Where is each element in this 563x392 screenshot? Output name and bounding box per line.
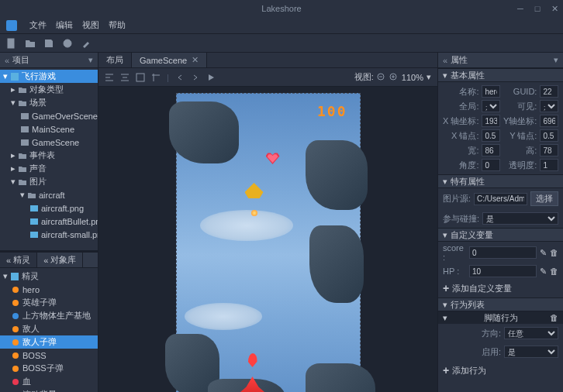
guid-input[interactable]	[540, 85, 558, 98]
yanchor-input[interactable]	[540, 129, 558, 142]
tree-img-item[interactable]: aircraft-small.png	[0, 228, 98, 241]
redo-icon[interactable]	[191, 73, 200, 82]
browse-button[interactable]: 选择	[530, 191, 558, 206]
xanchor-input[interactable]	[482, 129, 500, 142]
section-unique[interactable]: ▾特有属性	[438, 174, 563, 188]
close-button[interactable]: ✕	[546, 0, 563, 17]
play-icon[interactable]	[206, 73, 216, 82]
dir-select[interactable]: 任意	[504, 327, 558, 339]
pin-sprite	[248, 353, 257, 367]
sprites-root[interactable]: ▾精灵	[0, 270, 98, 283]
zoom-value[interactable]: 110%	[402, 73, 423, 82]
close-tab-icon[interactable]: ✕	[192, 55, 199, 65]
crop-icon[interactable]	[151, 73, 161, 82]
delete-icon[interactable]: 🗑	[550, 313, 558, 322]
svg-rect-7	[30, 218, 38, 225]
sprite-icon	[11, 377, 20, 387]
tree-img-item[interactable]: aircraft.png	[0, 201, 98, 215]
use-label: 启用:	[443, 346, 501, 358]
maximize-button[interactable]: □	[529, 0, 546, 17]
guid-label: GUID:	[503, 87, 537, 96]
sprite-item[interactable]: 敌人子弹	[0, 335, 98, 349]
add-behavior-button[interactable]: +添加行为	[438, 361, 563, 380]
menu-file[interactable]: 文件	[29, 19, 47, 31]
global-label: 全局:	[443, 101, 478, 112]
width-input[interactable]	[482, 144, 500, 156]
sprite-item[interactable]: BOSS	[0, 349, 98, 362]
delete-icon[interactable]: 🗑	[550, 248, 558, 257]
zoom-dropdown-icon[interactable]: ▾	[427, 72, 431, 82]
settings-icon[interactable]	[62, 38, 73, 49]
tree-scene-item[interactable]: MainScene	[0, 122, 98, 136]
tree-scenes[interactable]: ▾场景	[0, 96, 98, 109]
svg-point-11	[12, 300, 19, 306]
sprite-item[interactable]: BOSS子弹	[0, 362, 98, 375]
grid-icon[interactable]	[136, 73, 145, 82]
imgsrc-input[interactable]	[474, 193, 527, 205]
brush-icon[interactable]	[81, 38, 92, 49]
ypos-input[interactable]	[540, 115, 558, 127]
var-label: HP :	[443, 266, 466, 276]
global-select[interactable]: 是	[482, 100, 500, 112]
name-input[interactable]	[482, 85, 500, 98]
xpos-input[interactable]	[482, 115, 500, 127]
var-input[interactable]	[469, 265, 537, 277]
properties-tab-label[interactable]: 属性	[451, 54, 468, 66]
tab-sprites[interactable]: «精灵	[0, 253, 37, 267]
section-basic[interactable]: ▾基本属性	[438, 68, 563, 82]
tab-object-lib[interactable]: «对象库	[37, 253, 83, 267]
sprite-item[interactable]: 上方物体生产基地	[0, 309, 98, 322]
panel-menu-icon[interactable]: ▾	[554, 55, 558, 65]
edit-icon[interactable]: ✎	[540, 248, 547, 258]
tree-scene-item[interactable]: GameScene	[0, 136, 98, 149]
sprite-item[interactable]: 滚动背景	[0, 388, 98, 392]
edit-icon[interactable]: ✎	[540, 266, 547, 277]
collapse-icon[interactable]: «	[443, 56, 447, 65]
delete-icon[interactable]: 🗑	[550, 266, 558, 276]
zoom-out-icon[interactable]	[377, 73, 386, 82]
menu-help[interactable]: 帮助	[109, 19, 126, 31]
sprite-item[interactable]: 英雄子弹	[0, 296, 98, 309]
open-icon[interactable]	[25, 38, 36, 49]
tab-layout[interactable]: 布局	[98, 53, 132, 67]
align-left-icon[interactable]	[105, 73, 114, 82]
tree-sounds[interactable]: ▸声音	[0, 162, 98, 175]
height-label: 高:	[503, 145, 537, 156]
visible-select[interactable]: 是	[540, 100, 558, 112]
menu-view[interactable]: 视图	[82, 19, 99, 31]
section-custom-vars[interactable]: ▾自定义变量	[438, 228, 563, 242]
sprite-item[interactable]: 血	[0, 375, 98, 388]
tree-scene-item[interactable]: GameOverScene	[0, 109, 98, 122]
project-tab-label[interactable]: 项目	[12, 54, 29, 66]
new-icon[interactable]	[6, 38, 17, 49]
save-icon[interactable]	[43, 38, 54, 49]
tree-events[interactable]: ▸事件表	[0, 149, 98, 162]
panel-menu-icon[interactable]: ▾	[88, 55, 93, 65]
sprite-item[interactable]: 敌人	[0, 322, 98, 335]
var-input[interactable]	[469, 246, 537, 259]
tree-root[interactable]: ▾飞行游戏	[0, 70, 98, 83]
tree-object-types[interactable]: ▸对象类型	[0, 83, 98, 96]
angle-input[interactable]	[482, 159, 500, 171]
use-select[interactable]: 是	[504, 346, 558, 358]
undo-icon[interactable]	[175, 73, 185, 82]
tree-img-item[interactable]: aircraftBullet.png	[0, 215, 98, 228]
menu-edit[interactable]: 编辑	[56, 19, 73, 31]
tree-images[interactable]: ▾图片	[0, 175, 98, 188]
image-icon	[29, 204, 39, 213]
tab-gamescene[interactable]: GameScene✕	[132, 53, 207, 67]
minimize-button[interactable]: ─	[512, 0, 529, 17]
alpha-input[interactable]	[540, 159, 558, 171]
zoom-in-icon[interactable]	[389, 73, 399, 82]
collapse-icon[interactable]: «	[5, 56, 9, 65]
height-input[interactable]	[540, 144, 558, 156]
section-behaviors[interactable]: ▾行为列表	[438, 297, 563, 311]
align-center-icon[interactable]	[120, 73, 130, 82]
tree-img-folder[interactable]: ▾aircraft	[0, 188, 98, 201]
collide-select[interactable]: 是	[482, 212, 558, 225]
game-canvas[interactable]: 100	[176, 93, 361, 392]
canvas-area[interactable]: 100	[98, 87, 437, 392]
app-logo-icon	[6, 20, 17, 31]
add-var-button[interactable]: +添加自定义变量	[438, 279, 563, 297]
sprite-item[interactable]: hero	[0, 283, 98, 296]
